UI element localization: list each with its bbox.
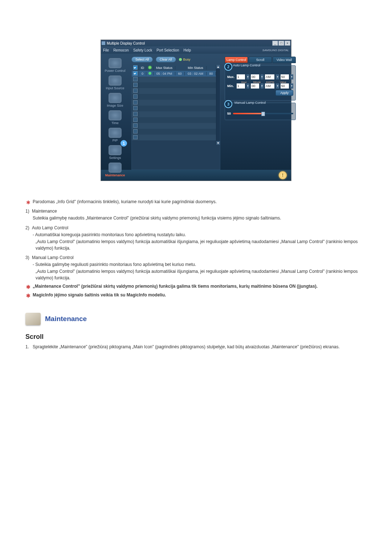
table-row[interactable]	[132, 100, 216, 106]
menu-port-selection[interactable]: Port Selection	[156, 48, 179, 52]
max-row: Max. 1▾ 00▾ AM▾ 50▾	[227, 74, 293, 79]
item-2-para: „Auto Lamp Control" (automatinio lempos …	[36, 239, 367, 251]
status-dot-icon	[148, 72, 151, 75]
item-1: 1)Maintenance	[25, 209, 367, 214]
app-title: Multiple Display Control	[107, 41, 145, 45]
max-hour-input[interactable]: 1	[237, 74, 245, 79]
table-row[interactable]	[132, 117, 216, 123]
cell-max-time: 05 : 04 PM	[154, 72, 175, 75]
min-hour-input[interactable]: 1	[237, 83, 245, 89]
sidebar-item-settings[interactable]: Settings	[102, 144, 128, 160]
sidebar-item-input-source[interactable]: Input Source	[102, 75, 128, 90]
table-row[interactable]	[132, 77, 216, 82]
col-max-status: Max Status	[154, 66, 175, 70]
menu-remocon[interactable]: Remocon	[113, 48, 129, 52]
tab-lamp-control[interactable]: Lamp Control	[225, 57, 248, 63]
status-bar: !	[101, 170, 291, 181]
min-ampm-select[interactable]: AM	[265, 83, 274, 89]
max-hour-spin[interactable]: ▾	[246, 74, 249, 79]
row-checkbox[interactable]	[133, 94, 138, 99]
maximize-button[interactable]: □	[278, 41, 284, 46]
sidebar-item-time[interactable]: Time	[102, 110, 128, 125]
menu-help[interactable]: Help	[183, 48, 191, 52]
maintenance-icon	[109, 163, 122, 173]
item-2-bullet: Automatiškai koreguoja pasirinkto monito…	[33, 232, 367, 238]
app-icon	[102, 41, 105, 45]
apply-button[interactable]: Apply	[275, 90, 293, 96]
palette-icon	[148, 66, 152, 69]
table-row[interactable]	[132, 106, 216, 111]
busy-label: Busy	[183, 58, 191, 61]
row-checkbox[interactable]	[133, 112, 138, 116]
min-minute-input[interactable]: 00	[251, 83, 259, 89]
grid-scrollbar[interactable]: ▲ ▼	[216, 65, 220, 145]
row-checkbox[interactable]	[133, 77, 138, 81]
scroll-up-button[interactable]: ▲	[216, 65, 220, 69]
sidebar-item-image-size[interactable]: Image Size	[102, 92, 128, 107]
max-value-spin[interactable]: ▾	[290, 74, 293, 79]
manual-lamp-slider[interactable]	[233, 113, 293, 114]
max-label: Max.	[227, 75, 235, 79]
row-checkbox[interactable]	[133, 83, 138, 87]
window-controls: _ □ ×	[272, 41, 290, 46]
minimize-button[interactable]: _	[272, 41, 278, 46]
min-minute-spin[interactable]: ▾	[261, 83, 264, 89]
select-all-button[interactable]: Select All	[131, 57, 153, 62]
callout-badge-1: 1	[121, 140, 127, 147]
busy-dot-icon	[179, 58, 182, 61]
maintenance-section-icon	[25, 313, 41, 325]
table-row[interactable]	[132, 82, 216, 88]
sidebar-item-power-control[interactable]: Power Control	[102, 57, 128, 73]
table-row[interactable]	[132, 135, 216, 140]
min-value-input[interactable]: 50	[281, 83, 289, 89]
clear-all-button[interactable]: Clear All	[156, 57, 176, 62]
row-checkbox[interactable]	[133, 106, 138, 110]
table-row[interactable]	[132, 94, 216, 100]
app-window: Multiple Display Control _ □ × File Remo…	[101, 40, 291, 181]
table-row[interactable]	[132, 88, 216, 94]
row-checkbox[interactable]	[133, 89, 138, 93]
menu-safety-lock[interactable]: Safety Lock	[133, 48, 152, 52]
header-checkbox[interactable]	[133, 65, 138, 70]
max-minute-spin[interactable]: ▾	[261, 74, 264, 79]
cell-min-val: 80	[207, 72, 216, 75]
table-row[interactable]	[132, 123, 216, 129]
item-2: 2)Auto Lamp Control	[25, 225, 367, 230]
right-panel: Lamp Control Scroll Video Wall 2 Auto La…	[222, 54, 298, 170]
manual-lamp-group: 3 Manual Lamp Control 50	[225, 103, 296, 120]
item-1-para: Suteikia galimybę naudotis „Maintenance …	[33, 215, 367, 221]
min-ampm-spin[interactable]: ▾	[276, 83, 279, 89]
scroll-down-button[interactable]: ▼	[216, 141, 220, 145]
sidebar-item-maintenance[interactable]: Maintenance	[102, 162, 128, 177]
warning-icon: !	[279, 171, 287, 179]
max-ampm-select[interactable]: AM	[265, 74, 274, 79]
maintenance-section-title: Maintenance	[45, 315, 87, 323]
menu-file[interactable]: File	[103, 48, 109, 52]
min-hour-spin[interactable]: ▾	[246, 83, 249, 89]
row-checkbox[interactable]	[133, 118, 138, 122]
note-1: „Maintenance Control" (priežiūrai skirtų…	[25, 283, 367, 290]
table-row[interactable]: 0 05 : 04 PM 60 03 : 02 AM 80	[132, 71, 216, 77]
row-checkbox[interactable]	[133, 123, 138, 128]
grid-header: ID Max Status Min Status	[132, 65, 216, 71]
table-row[interactable]	[132, 129, 216, 135]
tab-video-wall[interactable]: Video Wall	[273, 57, 296, 63]
max-minute-input[interactable]: 00	[251, 74, 259, 79]
cell-max-val: 60	[175, 72, 185, 75]
titlebar: Multiple Display Control _ □ ×	[101, 40, 291, 46]
item-3-para: „Auto Lamp Control" (automatinio lempos …	[36, 268, 367, 281]
min-value-spin[interactable]: ▾	[290, 83, 293, 89]
input-source-icon	[109, 75, 122, 86]
table-row[interactable]	[132, 111, 216, 117]
row-checkbox[interactable]	[133, 135, 138, 139]
max-ampm-spin[interactable]: ▾	[276, 74, 279, 79]
brand-label: SAMSUNG DIGITAL	[262, 49, 289, 52]
slider-thumb[interactable]	[261, 112, 265, 116]
min-row: Min. 1▾ 00▾ AM▾ 50▾	[227, 83, 293, 89]
row-checkbox[interactable]	[133, 71, 138, 75]
row-checkbox[interactable]	[133, 100, 138, 104]
max-value-input[interactable]: 50	[281, 74, 289, 79]
row-checkbox[interactable]	[133, 129, 138, 134]
tab-scroll[interactable]: Scroll	[249, 57, 272, 63]
close-button[interactable]: ×	[285, 41, 290, 46]
